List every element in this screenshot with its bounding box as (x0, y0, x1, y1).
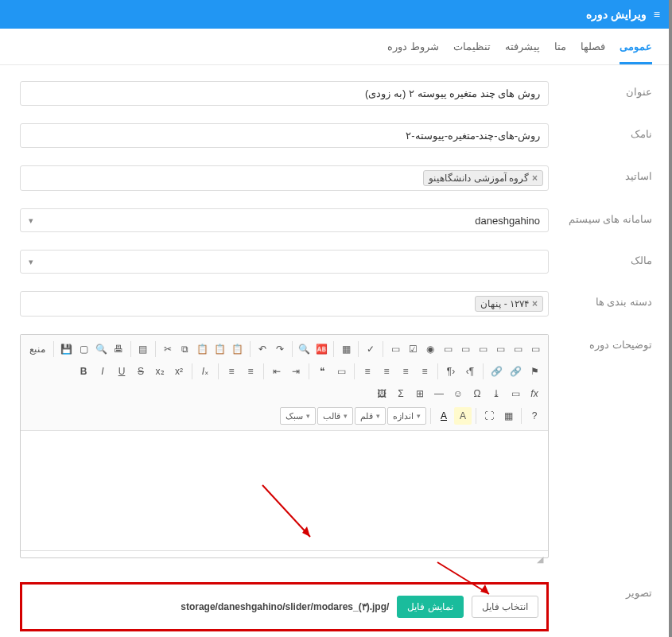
tab-settings[interactable]: تنظیمات (453, 41, 491, 64)
svg-line-0 (262, 485, 310, 537)
tb-redo-icon[interactable]: ↷ (272, 340, 288, 358)
tb-specialchar-icon[interactable]: Ω (468, 385, 486, 402)
tb-unlink-icon[interactable]: 🔗 (507, 363, 524, 380)
tb-image-icon[interactable]: 🖼 (373, 385, 390, 402)
tb-paste-word-icon[interactable]: 📋 (230, 340, 246, 358)
tb-format-combo[interactable]: قالب (317, 407, 353, 425)
tb-spellcheck-icon[interactable]: ✓ (363, 340, 379, 358)
label-categories: دسته بندی ها (565, 291, 652, 308)
tab-general[interactable]: عمومی (620, 41, 652, 64)
categories-tagbox[interactable]: × ۱۲۷۴ - پنهان (20, 291, 549, 317)
tb-strike-icon[interactable]: S (132, 363, 150, 380)
menu-icon: ≡ (654, 8, 660, 21)
resize-handle-icon[interactable]: ◢ (537, 554, 543, 565)
input-title[interactable] (20, 81, 549, 106)
tb-templates-icon[interactable]: ▤ (135, 340, 151, 358)
tabs-bar: عمومی فصلها متا پیشرفته تنظیمات شروط دور… (0, 29, 672, 65)
tb-style-combo[interactable]: سبک (280, 407, 316, 425)
tb-subscript-icon[interactable]: x₂ (151, 363, 169, 380)
tb-align-right-icon[interactable]: ≡ (359, 363, 376, 380)
label-description: توضیحات دوره (565, 334, 652, 351)
tb-bulletlist-icon[interactable]: ≡ (242, 363, 259, 380)
tb-print-icon[interactable]: 🖶 (111, 340, 126, 358)
tb-preview-icon[interactable]: 🔍 (93, 340, 109, 358)
tb-newpage-icon[interactable]: ▢ (76, 340, 91, 358)
tb-copy-icon[interactable]: ⧉ (177, 340, 193, 358)
label-teachers: اساتید (565, 165, 652, 182)
tb-hidden-icon[interactable]: ▭ (527, 340, 543, 358)
label-slug: نامک (565, 123, 652, 140)
tb-blockquote-icon[interactable]: ❝ (313, 363, 331, 380)
tb-cut-icon[interactable]: ✂ (160, 340, 176, 358)
tb-iframe-icon[interactable]: ▭ (507, 385, 524, 402)
tb-selectall-icon[interactable]: ▦ (338, 340, 354, 358)
teacher-tag[interactable]: × گروه آموزشی دانشگاهینو (423, 170, 543, 186)
tb-paste-text-icon[interactable]: 📋 (212, 340, 228, 358)
editor-footer: ◢ (21, 550, 548, 557)
tab-conditions[interactable]: شروط دوره (387, 41, 439, 64)
svg-line-2 (437, 562, 489, 594)
teachers-tagbox[interactable]: × گروه آموزشی دانشگاهینو (20, 165, 549, 191)
tb-pagebreak-icon[interactable]: ⤓ (487, 385, 505, 402)
chevron-down-icon: ▾ (29, 216, 33, 226)
tb-bold-icon[interactable]: B (75, 363, 92, 380)
tb-indent-icon[interactable]: ⇥ (287, 363, 305, 380)
select-systems[interactable]: ▾ daneshgahino (20, 208, 549, 232)
tb-div-icon[interactable]: ▭ (332, 363, 350, 380)
tb-source[interactable]: منبع (25, 340, 49, 358)
label-owner: مالک (565, 250, 652, 266)
tb-link-icon[interactable]: 🔗 (487, 363, 505, 380)
tb-form-icon[interactable]: ▭ (387, 340, 403, 358)
label-image: تصویر (565, 582, 652, 599)
select-owner[interactable]: ▾ (20, 250, 549, 274)
tb-hr-icon[interactable]: — (430, 385, 448, 402)
input-slug[interactable] (20, 123, 549, 148)
tb-smiley-icon[interactable]: ☺ (449, 385, 467, 402)
tb-radio-icon[interactable]: ◉ (422, 340, 438, 358)
tb-anchor-icon[interactable]: ⚑ (526, 363, 543, 380)
tag-remove-icon[interactable]: × (532, 173, 538, 184)
tb-undo-icon[interactable]: ↶ (254, 340, 270, 358)
tab-chapters[interactable]: فصلها (581, 41, 605, 64)
tb-find-icon[interactable]: 🔍 (296, 340, 312, 358)
tb-size-combo[interactable]: اندازه (387, 407, 426, 425)
tb-replace-icon[interactable]: 🆎 (313, 340, 329, 358)
tag-remove-icon[interactable]: × (532, 298, 538, 309)
tb-align-left-icon[interactable]: ≡ (397, 363, 414, 380)
tb-showblocks-icon[interactable]: ▦ (499, 407, 517, 425)
image-path: storage/daneshgahino/slider/modares_(۳).… (181, 601, 389, 612)
tb-superscript-icon[interactable]: x² (170, 363, 188, 380)
tb-italic-icon[interactable]: I (94, 363, 111, 380)
tb-outdent-icon[interactable]: ⇤ (268, 363, 286, 380)
tb-button-icon[interactable]: ▭ (492, 340, 508, 358)
tab-meta[interactable]: متا (554, 41, 566, 64)
tb-align-center-icon[interactable]: ≡ (378, 363, 395, 380)
tb-textarea-icon[interactable]: ▭ (457, 340, 473, 358)
category-tag[interactable]: × ۱۲۷۴ - پنهان (475, 296, 543, 312)
page-title: ویرایش دوره (586, 8, 647, 21)
tb-math-icon[interactable]: fx (526, 385, 543, 402)
tb-numberedlist-icon[interactable]: ≡ (223, 363, 240, 380)
tb-select-icon[interactable]: ▭ (475, 340, 491, 358)
tb-table-icon[interactable]: ⊞ (411, 385, 429, 402)
tb-imagebutton-icon[interactable]: ▭ (510, 340, 526, 358)
tb-about-icon[interactable]: ? (526, 407, 543, 425)
tb-textfield-icon[interactable]: ▭ (440, 340, 456, 358)
tb-rtl-icon[interactable]: ‹¶ (461, 363, 479, 380)
tab-advanced[interactable]: پیشرفته (505, 41, 540, 64)
tb-underline-icon[interactable]: U (113, 363, 130, 380)
tb-bgcolor-icon[interactable]: A (454, 407, 472, 425)
annotation-arrow (429, 558, 501, 606)
tb-save-icon[interactable]: 💾 (58, 340, 74, 358)
editor-toolbar: منبع 💾 ▢ 🔍 🖶 ▤ ✂ ⧉ 📋 📋 📋 (21, 335, 548, 431)
tb-flash-icon[interactable]: Σ (392, 385, 410, 402)
tb-checkbox-icon[interactable]: ☑ (405, 340, 421, 358)
tb-ltr-icon[interactable]: ¶› (442, 363, 460, 380)
tb-align-justify-icon[interactable]: ≡ (416, 363, 433, 380)
tb-removeformat-icon[interactable]: Iₓ (196, 363, 214, 380)
tb-textcolor-icon[interactable]: A (435, 407, 453, 425)
tb-maximize-icon[interactable]: ⛶ (480, 407, 498, 425)
tb-font-combo[interactable]: قلم (355, 407, 386, 425)
chevron-down-icon: ▾ (29, 257, 33, 267)
tb-paste-icon[interactable]: 📋 (195, 340, 211, 358)
